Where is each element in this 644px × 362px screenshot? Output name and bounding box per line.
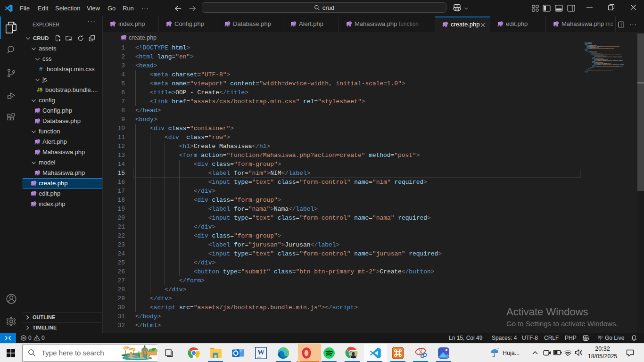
- svg-text:W: W: [257, 348, 264, 356]
